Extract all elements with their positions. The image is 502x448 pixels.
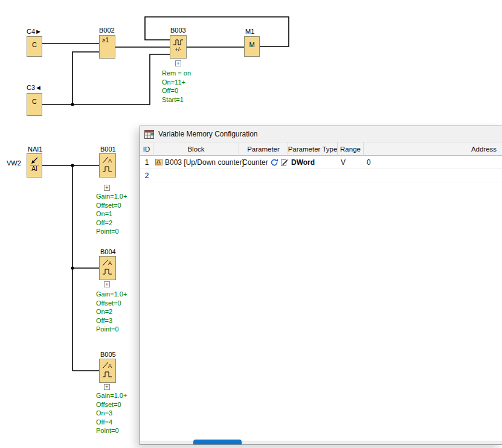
param-line: Point=0 [96, 325, 127, 334]
block-b005-analog-threshold[interactable]: A [99, 359, 116, 383]
block-c4[interactable]: C [27, 36, 42, 57]
expand-icon[interactable]: + [104, 384, 110, 390]
expand-icon[interactable]: + [175, 60, 181, 66]
param-line: Point=0 [96, 426, 127, 435]
row-parameter-cell[interactable] [239, 169, 288, 182]
column-header-address[interactable]: Address [364, 142, 502, 156]
param-line: Point=0 [96, 227, 127, 236]
analog-input-symbol: AI [30, 165, 38, 172]
vm-table-header: ID Block Parameter Parameter Type Range … [140, 142, 502, 156]
cursor-key-symbol: C [27, 94, 42, 105]
block-b001-analog-threshold[interactable]: A [99, 153, 116, 178]
column-header-parameter[interactable]: Parameter [239, 142, 288, 156]
vw2-operand-label: VW2 [7, 159, 21, 167]
param-line: Off=2 [96, 219, 127, 228]
param-line: Offset=0 [96, 201, 127, 210]
block-name: B003 [Up/Down counter] [165, 158, 244, 167]
counter-pulse-icon [172, 38, 184, 46]
expand-icon[interactable]: + [104, 185, 110, 191]
block-nai1-network-analog-input[interactable]: AI [27, 153, 42, 178]
block-b004-analog-threshold[interactable]: A [99, 256, 116, 280]
svg-text:A: A [108, 363, 112, 369]
svg-text:A: A [108, 158, 112, 164]
block-b002-or[interactable]: ≥1 [99, 35, 115, 59]
variable-memory-dialog: Variable Memory Configuration ID Block P… [140, 126, 502, 445]
param-line: On=11+ [162, 78, 191, 87]
column-header-range[interactable]: Range [338, 142, 364, 156]
block-m1-flag[interactable]: M [244, 36, 260, 57]
param-line: On=3 [96, 409, 127, 418]
param-line: Gain=1.0+ [96, 192, 127, 201]
edit-icon[interactable] [280, 158, 289, 167]
b001-parameters: Gain=1.0+ Offset=0 On=1 Off=2 Point=0 [96, 192, 127, 236]
param-line: Off=0 [162, 86, 191, 95]
row-parameter-cell[interactable]: Counter [239, 156, 288, 169]
row-param-type[interactable]: DWord [288, 156, 338, 169]
block-label-b001: B001 [100, 146, 116, 153]
param-line: Gain=1.0+ [96, 290, 127, 299]
wire-junction-dot [71, 164, 74, 167]
ok-button-partial[interactable] [193, 440, 242, 444]
b003-parameters: Rem = on On=11+ Off=0 Start=1 [162, 69, 191, 104]
block-label-nai1: NAI1 [28, 146, 42, 153]
column-header-id[interactable]: ID [140, 142, 153, 156]
counter-block-icon [155, 158, 163, 166]
row-id: 1 [140, 156, 153, 169]
or-gate-symbol: ≥1 [100, 36, 115, 43]
param-line: Off=3 [96, 316, 127, 325]
param-line: On=1 [96, 210, 127, 219]
param-line: Gain=1.0+ [96, 391, 127, 400]
refresh-icon[interactable] [270, 158, 278, 167]
block-label-b002: B002 [99, 27, 115, 34]
threshold-trigger-icon: A [100, 155, 115, 176]
b004-parameters: Gain=1.0+ Offset=0 On=2 Off=3 Point=0 [96, 290, 127, 334]
block-c3[interactable]: C [27, 93, 42, 116]
block-label-c3: C3◄ [27, 84, 42, 91]
threshold-trigger-icon: A [100, 360, 115, 381]
input-arrow-icon [30, 156, 39, 164]
flag-symbol: M [245, 37, 259, 48]
wire-junction-dot [71, 103, 74, 106]
row-id: 2 [140, 169, 153, 182]
svg-text:A: A [108, 260, 112, 266]
parameter-value: Counter [242, 158, 268, 167]
block-label-b005: B005 [100, 351, 116, 358]
block-label-m1: M1 [245, 28, 254, 35]
block-label-b004: B004 [100, 248, 116, 255]
threshold-trigger-icon: A [100, 258, 115, 278]
column-header-block[interactable]: Block [153, 142, 239, 156]
cursor-key-symbol: C [27, 37, 42, 48]
wire-junction-dot [71, 266, 74, 269]
expand-icon[interactable]: + [104, 281, 110, 287]
fbd-editor-canvas: C4► C B002 ≥1 B003 +/- + Rem = on On=11+… [0, 0, 502, 448]
dialog-titlebar[interactable]: Variable Memory Configuration [140, 126, 502, 142]
block-label-c4: C4► [27, 28, 42, 35]
param-line: Start=1 [162, 95, 191, 104]
block-b003-updown-counter[interactable]: +/- [170, 35, 187, 59]
row-param-type [288, 169, 338, 182]
row-address [364, 169, 502, 182]
row-block-cell: B003 [Up/Down counter] [153, 156, 239, 169]
param-line: Offset=0 [96, 400, 127, 409]
row-block-cell [153, 169, 239, 182]
table-row[interactable]: 2 [140, 169, 502, 182]
param-line: Rem = on [162, 69, 191, 78]
b005-parameters: Gain=1.0+ Offset=0 On=3 Off=4 Point=0 [96, 391, 127, 435]
column-header-type[interactable]: Parameter Type [288, 142, 338, 156]
row-address[interactable]: 0 [364, 156, 502, 169]
block-label-b003: B003 [170, 27, 186, 34]
param-line: On=2 [96, 307, 127, 316]
dialog-title: Variable Memory Configuration [158, 130, 258, 138]
variable-memory-icon [144, 130, 154, 139]
param-line: Offset=0 [96, 299, 127, 308]
row-range [338, 169, 364, 182]
param-line: Off=4 [96, 418, 127, 427]
updown-symbol: +/- [175, 46, 182, 53]
table-row[interactable]: 1 B003 [Up/Down counter] Counter [140, 156, 502, 169]
row-range[interactable]: V [338, 156, 364, 169]
